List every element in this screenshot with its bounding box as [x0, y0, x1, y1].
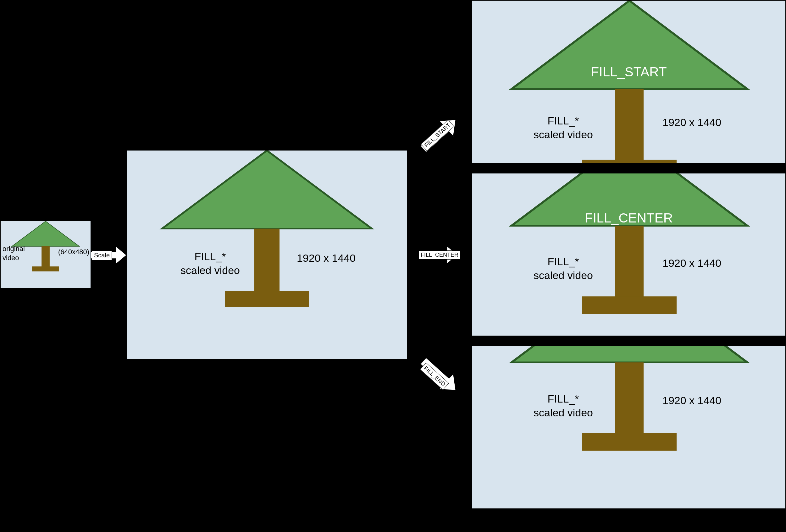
fill-end-label: FILL_* scaled video [534, 392, 593, 419]
fill-center-resolution: 1920 x 1440 [663, 256, 721, 270]
fill-start-resolution: 1920 x 1440 [663, 115, 721, 129]
fill-end-panel: FILL_* scaled video 1920 x 1440 [471, 346, 786, 509]
fill-center-arrow-label: FILL_CENTER [418, 250, 461, 260]
fill-start-panel: FILL_START FILL_* scaled video 1920 x 14… [471, 0, 786, 163]
fill-center-arrow: FILL_CENTER [408, 246, 471, 264]
fill-start-label: FILL_* scaled video [534, 114, 593, 141]
scaled-resolution: 1920 x 1440 [297, 251, 355, 265]
scale-arrow: Scale [91, 246, 127, 264]
fill-end-arrow: FILL_END [408, 357, 471, 394]
fill-center-label: FILL_* scaled video [534, 255, 593, 282]
scaled-label: FILL_* scaled video [181, 249, 240, 277]
original-label: original video [2, 244, 25, 262]
tree-icon [127, 150, 407, 359]
scale-arrow-label: Scale [92, 250, 112, 260]
fill-center-title: FILL_CENTER [472, 210, 785, 227]
original-video-panel: original video (640x480) [0, 221, 91, 289]
fill-start-arrow: FILL_START [408, 116, 471, 153]
fill-end-resolution: 1920 x 1440 [663, 393, 721, 407]
scaled-video-panel: FILL_* scaled video 1920 x 1440 [126, 150, 408, 360]
tree-icon [472, 1, 786, 163]
fill-center-panel: FILL_CENTER FILL_* scaled video 1920 x 1… [471, 173, 786, 336]
fill-end-caption: FILL_END [695, 515, 755, 532]
tree-icon [472, 346, 786, 509]
fill-start-title: FILL_START [472, 64, 785, 81]
original-resolution: (640x480) [58, 248, 89, 257]
tree-icon [472, 173, 786, 336]
